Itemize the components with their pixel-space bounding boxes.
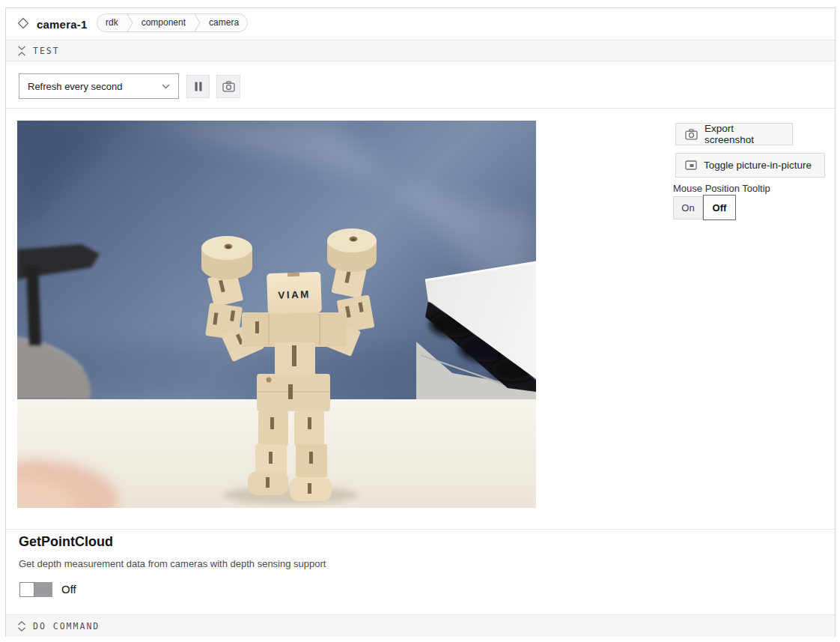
camera-icon — [222, 81, 235, 92]
camera-icon — [685, 129, 698, 140]
controls-divider — [6, 108, 835, 109]
export-screenshot-label: Export screenshot — [704, 123, 783, 145]
getpointcloud-divider — [6, 529, 835, 530]
do-command-section-header[interactable]: DO COMMAND — [6, 614, 835, 637]
breadcrumb-item-camera: camera — [201, 14, 247, 31]
breadcrumb: rdk component camera — [97, 13, 248, 32]
export-screenshot-button[interactable]: Export screenshot — [675, 123, 793, 145]
getpointcloud-description: Get depth measurement data from cameras … — [19, 558, 326, 569]
getpointcloud-title: GetPointCloud — [19, 534, 113, 550]
collapse-icon — [17, 46, 26, 56]
page-title: camera-1 — [37, 18, 87, 31]
getpointcloud-toggle-label: Off — [61, 583, 76, 596]
chevron-down-icon — [162, 84, 170, 89]
toggle-pip-label: Toggle picture-in-picture — [704, 160, 812, 171]
chevron-separator-icon — [194, 14, 201, 31]
pause-icon — [194, 82, 203, 91]
mouse-position-tooltip-label: Mouse Position Tooltip — [673, 183, 770, 194]
tooltip-on-button[interactable]: On — [673, 196, 703, 219]
toggle-knob — [19, 582, 34, 597]
pause-stream-button[interactable] — [186, 75, 210, 98]
snapshot-button[interactable] — [216, 75, 240, 98]
white-cabinet — [416, 262, 536, 399]
camera-live-feed[interactable]: VIAM — [17, 121, 536, 508]
tooltip-off-button[interactable]: Off — [703, 195, 736, 220]
diamond-component-icon — [17, 17, 29, 29]
chevron-separator-icon — [127, 14, 133, 31]
toggle-pip-button[interactable]: Toggle picture-in-picture — [675, 153, 825, 178]
breadcrumb-item-component: component — [133, 14, 194, 31]
getpointcloud-toggle-switch[interactable] — [19, 582, 52, 597]
refresh-rate-value: Refresh every second — [28, 81, 122, 92]
test-section-header[interactable]: TEST — [6, 40, 835, 61]
test-section-label: TEST — [33, 46, 60, 56]
refresh-rate-select[interactable]: Refresh every second — [19, 73, 179, 99]
do-command-section-label: DO COMMAND — [33, 621, 100, 632]
camera-panel: camera-1 rdk component camera TEST — [5, 7, 836, 637]
breadcrumb-item-rdk: rdk — [97, 14, 127, 31]
expand-icon — [17, 621, 26, 632]
picture-in-picture-icon — [685, 160, 697, 170]
camera-module-page: camera-1 rdk component camera TEST — [0, 0, 840, 642]
robot-viam-logo-text: VIAM — [278, 288, 311, 301]
robot-head: VIAM — [267, 272, 322, 314]
